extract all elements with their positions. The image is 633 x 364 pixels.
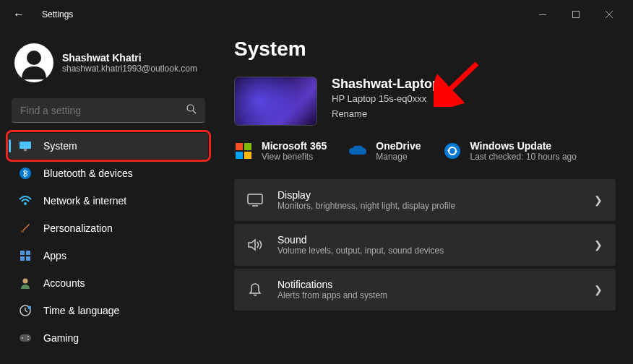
sidebar-item-apps[interactable]: Apps (9, 243, 208, 269)
maximize-button[interactable] (559, 4, 593, 25)
search-icon (186, 104, 197, 116)
service-sub: Last checked: 10 hours ago (470, 152, 577, 162)
svg-rect-0 (539, 14, 546, 15)
sidebar-item-label: Apps (43, 250, 66, 261)
svg-rect-16 (26, 256, 30, 261)
setting-title: Notifications (277, 279, 580, 290)
setting-notifications[interactable]: Notifications Alerts from apps and syste… (234, 269, 616, 311)
svg-point-5 (27, 51, 41, 65)
svg-point-30 (444, 143, 460, 159)
bell-icon (247, 282, 263, 298)
sidebar-item-network[interactable]: Network & internet (9, 188, 208, 214)
minimize-button[interactable] (526, 4, 559, 25)
back-button[interactable]: ← (7, 5, 30, 24)
titlebar: ← Settings (0, 0, 633, 29)
update-icon (443, 142, 462, 160)
chevron-right-icon: ❯ (594, 194, 603, 206)
svg-rect-33 (248, 194, 262, 204)
chevron-right-icon: ❯ (594, 239, 603, 251)
sidebar-item-label: Bluetooth & devices (43, 168, 133, 179)
svg-line-20 (25, 311, 27, 312)
avatar (14, 43, 53, 82)
service-onedrive[interactable]: OneDrive Manage (348, 140, 421, 162)
services-row: Microsoft 365 View benefits OneDrive Man… (234, 140, 616, 162)
sidebar-item-label: Personalization (43, 222, 113, 234)
search-box[interactable] (12, 98, 205, 123)
page-title: System (234, 38, 616, 61)
service-title: OneDrive (376, 140, 421, 152)
svg-rect-13 (20, 251, 25, 255)
setting-sub: Volume levels, output, input, sound devi… (277, 246, 580, 256)
svg-rect-8 (20, 142, 31, 149)
svg-rect-15 (20, 256, 25, 261)
user-name: Shashwat Khatri (62, 52, 197, 64)
chevron-right-icon: ❯ (594, 284, 603, 295)
svg-rect-9 (24, 149, 27, 151)
svg-rect-28 (236, 152, 243, 159)
svg-point-11 (24, 202, 27, 205)
setting-display[interactable]: Display Monitors, brightness, night ligh… (234, 179, 616, 221)
close-button[interactable] (593, 4, 626, 25)
service-ms365[interactable]: Microsoft 365 View benefits (234, 140, 327, 162)
setting-sub: Alerts from apps and system (277, 290, 580, 300)
svg-rect-14 (26, 251, 30, 255)
bluetooth-icon (19, 167, 32, 180)
sound-icon (247, 237, 263, 253)
sidebar-item-accounts[interactable]: Accounts (9, 270, 208, 296)
svg-rect-26 (236, 143, 243, 150)
sidebar-item-system[interactable]: System (9, 133, 208, 159)
service-title: Windows Update (470, 140, 577, 152)
svg-rect-12 (21, 230, 24, 233)
setting-title: Display (277, 189, 580, 201)
sidebar-item-label: Time & language (43, 305, 119, 316)
svg-rect-1 (573, 12, 580, 18)
svg-rect-29 (244, 152, 251, 159)
svg-point-25 (27, 339, 29, 340)
ms365-icon (234, 142, 253, 160)
sidebar-item-bluetooth[interactable]: Bluetooth & devices (9, 160, 208, 186)
sidebar: Shashwat Khatri shashwat.khatri1993@outl… (0, 29, 217, 364)
device-section: Shashwat-Laptop HP Laptop 15s-eq0xxx Ren… (234, 77, 616, 126)
settings-list: Display Monitors, brightness, night ligh… (234, 179, 616, 311)
sidebar-item-time[interactable]: Time & language (9, 298, 208, 324)
device-model: HP Laptop 15s-eq0xxx (332, 93, 440, 104)
user-email: shashwat.khatri1993@outlook.com (62, 64, 197, 74)
wifi-icon (19, 194, 32, 207)
display-icon (247, 192, 263, 208)
sidebar-item-label: Accounts (43, 277, 85, 289)
sidebar-item-label: System (43, 140, 77, 152)
game-icon (19, 332, 32, 344)
apps-icon (19, 249, 32, 262)
service-sub: Manage (376, 152, 421, 162)
sidebar-item-label: Network & internet (43, 195, 126, 207)
main-content: System Shashwat-Laptop HP Laptop 15s-eq0… (217, 29, 633, 364)
monitor-icon (19, 139, 32, 152)
svg-line-7 (193, 110, 196, 113)
svg-point-23 (22, 337, 23, 339)
svg-point-17 (23, 279, 28, 284)
brush-icon (19, 222, 32, 235)
svg-rect-27 (244, 143, 251, 150)
sidebar-item-label: Gaming (43, 332, 79, 344)
sidebar-item-gaming[interactable]: Gaming (9, 325, 208, 351)
service-sub: View benefits (262, 152, 327, 162)
window-title: Settings (42, 9, 73, 20)
sidebar-item-personalization[interactable]: Personalization (9, 215, 208, 241)
device-wallpaper[interactable] (234, 77, 317, 126)
rename-link[interactable]: Rename (332, 108, 440, 119)
svg-point-24 (27, 336, 29, 337)
device-name: Shashwat-Laptop (332, 77, 440, 92)
user-profile[interactable]: Shashwat Khatri shashwat.khatri1993@outl… (7, 38, 210, 94)
svg-point-6 (187, 105, 194, 111)
person-icon (19, 277, 32, 290)
clock-icon (19, 304, 32, 317)
service-update[interactable]: Windows Update Last checked: 10 hours ag… (443, 140, 577, 162)
svg-rect-22 (20, 334, 31, 342)
setting-title: Sound (277, 234, 580, 246)
search-input[interactable] (20, 105, 186, 116)
setting-sound[interactable]: Sound Volume levels, output, input, soun… (234, 224, 616, 266)
service-title: Microsoft 365 (262, 140, 327, 152)
setting-sub: Monitors, brightness, night light, displ… (277, 201, 580, 211)
onedrive-icon (348, 142, 367, 160)
